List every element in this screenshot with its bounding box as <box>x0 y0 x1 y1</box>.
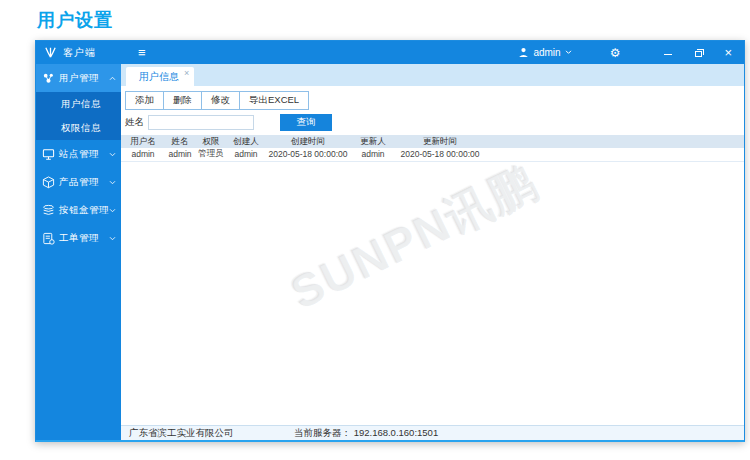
sidebar-item-site-management[interactable]: 站点管理 <box>36 140 121 168</box>
chevron-down-icon <box>109 208 116 213</box>
toolbar: 添加 删除 修改 导出EXCEL <box>121 86 744 110</box>
sidebar-subitem-permission-info[interactable]: 权限信息 <box>36 116 121 140</box>
column-header-empty <box>485 135 744 148</box>
hamburger-menu-icon[interactable]: ≡ <box>138 46 146 59</box>
user-table: 用户名 姓名 权限 创建人 创建时间 更新人 更新时间 admin admin <box>121 135 744 162</box>
settings-gear-icon[interactable]: ⚙ <box>610 47 621 59</box>
tab-close-icon[interactable]: × <box>184 69 189 78</box>
restore-button[interactable] <box>694 47 706 59</box>
chevron-down-icon <box>109 180 116 185</box>
server-label: 当前服务器： <box>294 427 354 438</box>
titlebar: 客户端 ≡ admin ⚙ × <box>36 41 744 64</box>
cell-updater: admin <box>351 148 395 161</box>
page-title: 用户设置 <box>37 8 113 32</box>
client-window: 客户端 ≡ admin ⚙ × 用 <box>35 40 745 442</box>
query-button[interactable]: 查询 <box>280 114 332 131</box>
user-menu[interactable]: admin <box>518 47 571 58</box>
app-logo-icon <box>44 46 57 59</box>
sidebar-item-label: 用户管理 <box>59 72 99 85</box>
user-name: admin <box>533 47 560 58</box>
sidebar-item-label: 工单管理 <box>59 232 99 245</box>
sidebar-item-buttonbox-management[interactable]: 按钮盒管理 <box>36 196 121 224</box>
column-header-create-time[interactable]: 创建时间 <box>265 135 351 148</box>
column-header-permission[interactable]: 权限 <box>195 135 227 148</box>
chevron-down-icon <box>109 152 116 157</box>
main-content: 用户信息 × 添加 删除 修改 导出EXCEL 姓名 查询 <box>121 64 744 440</box>
modify-button[interactable]: 修改 <box>201 91 240 110</box>
sidebar-item-label: 站点管理 <box>59 148 99 161</box>
export-excel-button[interactable]: 导出EXCEL <box>239 91 309 110</box>
column-header-name[interactable]: 姓名 <box>165 135 195 148</box>
column-header-updater[interactable]: 更新人 <box>351 135 395 148</box>
status-bar: 广东省滨工实业有限公司 当前服务器： 192.168.0.160:1501 <box>121 425 744 440</box>
cell-create-time: 2020-05-18 00:00:00 <box>265 148 351 161</box>
sidebar-item-label: 按钮盒管理 <box>59 204 109 217</box>
cell-empty <box>485 148 744 161</box>
cell-creator: admin <box>227 148 265 161</box>
column-header-creator[interactable]: 创建人 <box>227 135 265 148</box>
work-order-icon <box>41 232 56 245</box>
person-icon <box>518 47 529 58</box>
chevron-up-icon <box>109 76 116 81</box>
cell-name: admin <box>165 148 195 161</box>
cell-permission: 管理员 <box>195 148 227 161</box>
sidebar: 用户管理 用户信息 权限信息 站点管理 <box>36 64 121 440</box>
watermark: SUNPN讯鹏 <box>281 162 548 324</box>
monitor-icon <box>41 148 56 161</box>
company-name: 广东省滨工实业有限公司 <box>129 427 294 440</box>
delete-button[interactable]: 删除 <box>163 91 202 110</box>
chevron-down-icon <box>565 50 572 55</box>
current-server: 当前服务器： 192.168.0.160:1501 <box>294 427 438 440</box>
cube-icon <box>41 176 56 189</box>
users-group-icon <box>41 72 56 85</box>
content-empty-area: SUNPN讯鹏 <box>121 162 744 426</box>
sidebar-subitem-label: 权限信息 <box>61 122 101 135</box>
search-label: 姓名 <box>125 116 144 129</box>
sidebar-item-workorder-management[interactable]: 工单管理 <box>36 224 121 252</box>
tab-label: 用户信息 <box>139 70 179 84</box>
column-header-username[interactable]: 用户名 <box>121 135 165 148</box>
cell-username: admin <box>121 148 165 161</box>
search-input[interactable] <box>148 115 254 130</box>
table-row[interactable]: admin admin 管理员 admin 2020-05-18 00:00:0… <box>121 148 744 161</box>
layers-icon <box>41 204 56 217</box>
sidebar-item-product-management[interactable]: 产品管理 <box>36 168 121 196</box>
sidebar-item-user-management[interactable]: 用户管理 <box>36 64 121 92</box>
close-button[interactable]: × <box>724 46 732 59</box>
column-header-update-time[interactable]: 更新时间 <box>395 135 485 148</box>
sidebar-submenu-user-management: 用户信息 权限信息 <box>36 92 121 140</box>
tab-user-info[interactable]: 用户信息 × <box>126 67 194 86</box>
tab-bar: 用户信息 × <box>121 64 744 86</box>
app-title: 客户端 <box>63 46 96 60</box>
cell-update-time: 2020-05-18 00:00:00 <box>395 148 485 161</box>
add-button[interactable]: 添加 <box>125 91 164 110</box>
minimize-button[interactable] <box>662 51 674 55</box>
sidebar-item-label: 产品管理 <box>59 176 99 189</box>
chevron-down-icon <box>109 236 116 241</box>
table-header-row: 用户名 姓名 权限 创建人 创建时间 更新人 更新时间 <box>121 135 744 148</box>
sidebar-subitem-label: 用户信息 <box>61 98 101 111</box>
search-row: 姓名 查询 <box>121 110 744 135</box>
sidebar-subitem-user-info[interactable]: 用户信息 <box>36 92 121 116</box>
server-address: 192.168.0.160:1501 <box>354 427 439 438</box>
